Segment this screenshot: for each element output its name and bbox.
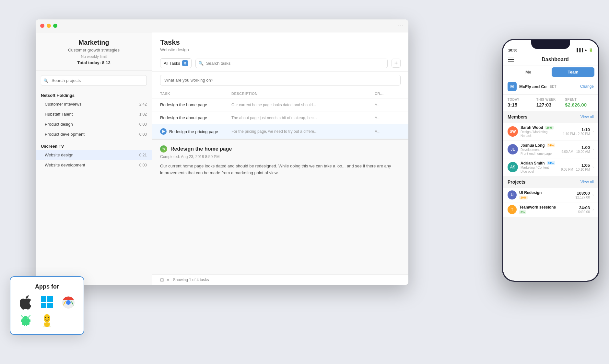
title-bar: ··· (36, 19, 408, 32)
view-all-members[interactable]: View all (580, 115, 594, 119)
project-icon: U (508, 190, 517, 199)
sidebar-item-hubstaff-talent[interactable]: Hubstaff Talent 1:02 (36, 109, 152, 119)
sidebar-item-time: 0:00 (139, 132, 147, 137)
sidebar-header: Marketing Customer growth strategies No … (36, 32, 152, 71)
sidebar-section-netsoft: Netsoft Holdings (36, 90, 152, 99)
member-row-sarah[interactable]: SW Sarah Wood 26% Design / Marketing No … (503, 123, 598, 141)
sidebar-item-label: Customer inteviews (45, 102, 81, 107)
sidebar-item-time: 0:21 (139, 153, 147, 157)
apps-icons-grid (17, 295, 77, 328)
detail-status-icon (160, 145, 167, 153)
svg-rect-10 (26, 324, 27, 326)
task-label: Redesign the about page (160, 115, 207, 120)
task-assignee: A... (375, 129, 401, 134)
hamburger-menu-icon[interactable] (508, 58, 514, 62)
task-label: Redesign the home page (160, 102, 207, 107)
project-icon: T (508, 205, 517, 214)
filter-icon[interactable]: ⊞ (160, 277, 164, 282)
chevron-right-icon: › (592, 165, 594, 169)
more-options-icon[interactable]: ··· (398, 23, 404, 29)
chevron-right-icon: › (592, 193, 594, 197)
apps-popup: Apps for (10, 276, 84, 335)
tab-team[interactable]: Team (552, 67, 594, 77)
sidebar-item-customer-interviews[interactable]: Customer inteviews 2:42 (36, 99, 152, 109)
task-description: For the pricing page, we need to try out… (231, 129, 375, 134)
team-edt: EDT (550, 85, 556, 88)
total-today: Total today: 8:12 (42, 60, 146, 65)
chevron-right-icon: › (592, 129, 594, 134)
phone-tabs: Me Team (503, 65, 598, 79)
windows-icon[interactable] (40, 295, 54, 310)
main-content: Tasks Website design All Tasks 🔍 + (152, 19, 408, 285)
minimize-button[interactable] (47, 24, 51, 28)
project-stats: 24:03 $499.00 (578, 205, 590, 214)
task-row[interactable]: Redesign the about page The about page j… (152, 111, 408, 124)
sidebar-item-label: Website design (45, 153, 74, 157)
task-row-active[interactable]: Redesign the pricing page For the pricin… (152, 124, 408, 139)
members-section-header: Members View all (508, 114, 594, 119)
svg-point-18 (48, 317, 49, 318)
member-info: Adrian Smith 81% Marketing / Content Blo… (521, 161, 558, 173)
add-task-button[interactable]: + (392, 59, 401, 68)
svg-rect-7 (21, 319, 22, 322)
bottom-bar: ⊞ « Showing 1 of 4 tasks (152, 274, 408, 285)
view-all-projects[interactable]: View all (580, 180, 594, 184)
team-avatar: M (508, 82, 517, 91)
search-tasks-input[interactable] (195, 59, 388, 68)
svg-rect-1 (47, 296, 53, 302)
phone-nav-bar: Dashboard (503, 54, 598, 65)
play-button[interactable] (160, 128, 167, 135)
collapse-icon[interactable]: « (167, 277, 169, 282)
member-avatar: AS (508, 162, 518, 172)
team-name: McFly and Co (519, 84, 547, 89)
member-info: Joshua Long 31% Development Front-end ho… (521, 143, 559, 155)
chrome-icon[interactable] (61, 295, 76, 310)
tasks-header: Tasks Website design (152, 32, 408, 55)
col-task: TASK (160, 92, 231, 96)
task-detail-panel: Redesign the home page Completed: Aug 23… (152, 139, 408, 274)
linux-icon[interactable] (40, 313, 54, 328)
project-row-teamwork[interactable]: T Teamwork sessions 3% 24:03 $499.00 › (503, 202, 598, 217)
member-avatar: JL (508, 144, 518, 154)
sidebar: Marketing Customer growth strategies No … (36, 19, 152, 285)
all-tasks-select[interactable]: All Tasks (160, 58, 192, 68)
task-name: Redesign the about page (160, 115, 231, 120)
member-time: 1:05 9:05 PM - 10:10 PM (561, 163, 590, 171)
sidebar-item-product-design[interactable]: Product design 0:00 (36, 119, 152, 129)
sidebar-item-label: Hubstaff Talent (45, 112, 73, 117)
sidebar-item-product-development[interactable]: Product development 0:00 (36, 129, 152, 139)
android-icon[interactable] (18, 313, 33, 328)
team-selector[interactable]: M McFly and Co EDT Change (503, 79, 598, 95)
sidebar-item-website-development[interactable]: Website development 0:00 (36, 160, 152, 170)
task-assignee: A... (375, 116, 401, 120)
sidebar-item-time: 1:02 (139, 112, 147, 117)
new-task-input[interactable] (160, 75, 401, 85)
phone-signal-icons: ▐▐▐ ▲ 🔋 (576, 48, 593, 52)
member-info: Sarah Wood 26% Design / Marketing No tas… (521, 125, 560, 138)
svg-rect-2 (41, 303, 46, 308)
apple-icon[interactable] (18, 295, 33, 310)
task-detail-header: Redesign the home page (160, 145, 401, 153)
tab-me[interactable]: Me (507, 67, 550, 77)
tasks-table-header: TASK DESCRIPTION CR... (152, 89, 408, 98)
task-row[interactable]: Redesign the home page Our current home … (152, 98, 408, 111)
app-name: Marketing (42, 39, 146, 46)
phone-overlay: 10:30 ▐▐▐ ▲ 🔋 Dashboard Me Team M McFly … (502, 39, 599, 282)
member-row-adrian[interactable]: AS Adrian Smith 81% Marketing / Content … (503, 158, 598, 176)
app-subtitle: Customer growth strategies (42, 48, 146, 52)
search-projects-input[interactable] (41, 75, 147, 86)
project-row-ui-redesign[interactable]: U UI Redesign 20% 103:00 $2,127.00 › (503, 188, 598, 202)
tasks-search-wrap: 🔍 (195, 59, 388, 68)
sidebar-item-website-design[interactable]: Website design 0:21 (36, 150, 152, 160)
member-row-joshua[interactable]: JL Joshua Long 31% Development Front-end… (503, 141, 598, 158)
svg-rect-8 (29, 319, 30, 322)
sidebar-section-uscreen: Uscreen TV (36, 139, 152, 150)
team-change-button[interactable]: Change (580, 84, 594, 89)
sidebar-item-label: Product design (45, 122, 73, 127)
maximize-button[interactable] (53, 24, 57, 28)
svg-rect-3 (47, 303, 53, 308)
sidebar-item-time: 2:42 (139, 102, 147, 107)
close-button[interactable] (40, 24, 44, 28)
sidebar-search-wrap (36, 71, 152, 90)
task-input-row (152, 72, 408, 89)
